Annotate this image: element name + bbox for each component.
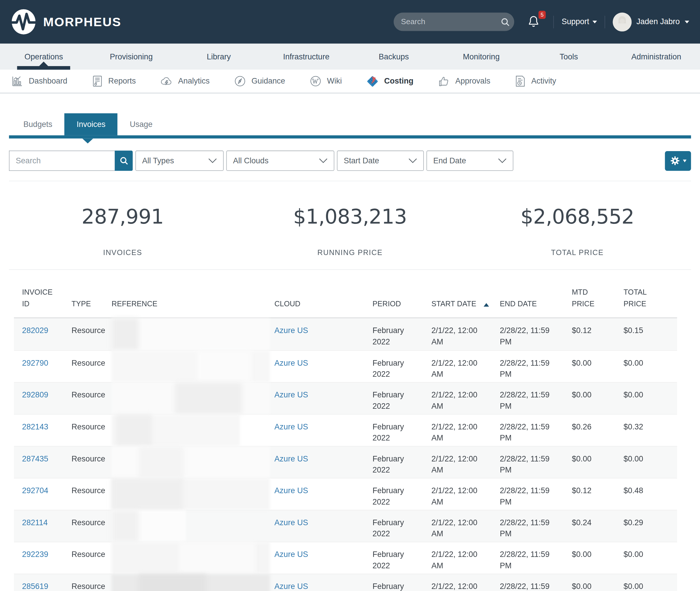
invoice-reference-redacted (112, 446, 275, 478)
user-menu[interactable]: Jaden Jabro (612, 12, 689, 31)
invoice-mtd-price: $0.00 (572, 574, 624, 591)
chevron-down-icon (685, 21, 689, 25)
col-total-price[interactable]: TOTAL PRICE (623, 286, 677, 310)
col-mtd-price[interactable]: MTD PRICE (572, 286, 624, 310)
col-end-date[interactable]: END DATE (500, 298, 572, 310)
invoice-id-link[interactable]: 292704 (22, 486, 48, 495)
stat-invoices: 287,991 INVOICES (9, 205, 236, 257)
invoice-search-button[interactable] (115, 150, 133, 171)
type-filter-select[interactable]: All Types (135, 150, 224, 171)
main-nav: Operations Provisioning Library Infrastr… (0, 44, 700, 70)
invoice-id-link[interactable]: 282029 (22, 326, 48, 335)
notifications-badge: 5 (538, 10, 546, 19)
subnav-activity[interactable]: Activity (515, 75, 557, 87)
invoice-id-link[interactable]: 287435 (22, 454, 48, 463)
invoice-reference-redacted (112, 414, 275, 446)
global-search[interactable] (394, 12, 515, 31)
wiki-icon (309, 75, 322, 87)
notifications-button[interactable]: 5 (527, 14, 540, 29)
invoice-id-link[interactable]: 292809 (22, 390, 48, 399)
reports-icon (92, 75, 103, 87)
chevron-down-icon (592, 21, 597, 25)
invoice-search (9, 150, 133, 171)
start-date-filter-select[interactable]: Start Date (337, 150, 424, 171)
invoice-type: Resource (72, 318, 112, 350)
invoice-mtd-price: $0.26 (572, 414, 624, 446)
invoice-id-link[interactable]: 282143 (22, 422, 48, 431)
invoice-cloud-link[interactable]: Azure US (275, 582, 308, 591)
invoice-reference-redacted (112, 542, 275, 574)
invoice-row: 287435 Resource Azure US February 2022 2… (14, 446, 677, 478)
nav-infrastructure[interactable]: Infrastructure (262, 44, 350, 70)
brand[interactable]: MORPHEUS (11, 9, 121, 35)
col-type[interactable]: TYPE (72, 298, 112, 310)
invoice-search-input[interactable] (9, 150, 115, 171)
invoice-id-link[interactable]: 292790 (22, 358, 48, 368)
tab-invoices[interactable]: Invoices (64, 113, 118, 135)
invoice-end-date: 2/28/22, 11:59 PM (500, 446, 572, 478)
col-invoice-id[interactable]: INVOICE ID (22, 286, 72, 310)
chevron-down-icon (408, 158, 417, 163)
invoice-cloud-link[interactable]: Azure US (275, 358, 308, 368)
subnav-dashboard[interactable]: Dashboard (11, 75, 67, 87)
nav-library[interactable]: Library (175, 44, 262, 70)
nav-monitoring[interactable]: Monitoring (438, 44, 525, 70)
support-menu[interactable]: Support (562, 17, 597, 26)
invoice-period: February 2022 (372, 350, 431, 382)
invoice-row: 282114 Resource Azure US February 2022 2… (14, 510, 677, 542)
nav-administration[interactable]: Administration (612, 44, 700, 70)
chevron-down-icon (208, 158, 217, 163)
subnav-costing[interactable]: Costing (366, 75, 413, 87)
invoice-mtd-price: $0.00 (572, 383, 624, 414)
invoice-cloud-link[interactable]: Azure US (275, 486, 308, 495)
invoice-start-date: 2/1/22, 12:00 AM (431, 542, 500, 574)
stat-total-price: $2,068,552 TOTAL PRICE (464, 205, 691, 257)
cloud-filter-select[interactable]: All Clouds (226, 150, 335, 171)
col-reference[interactable]: REFERENCE (112, 298, 275, 310)
invoice-cloud-link[interactable]: Azure US (275, 326, 308, 335)
end-date-filter-select[interactable]: End Date (426, 150, 513, 171)
invoice-total-price: $0.15 (623, 318, 677, 350)
invoice-row: 282029 Resource Azure US February 2022 2… (14, 318, 677, 350)
tab-usage[interactable]: Usage (118, 113, 165, 135)
invoice-filters: All Types All Clouds Start Date End Date (9, 150, 691, 171)
invoice-cloud-link[interactable]: Azure US (275, 390, 308, 399)
avatar (612, 12, 632, 31)
col-cloud[interactable]: CLOUD (275, 298, 372, 310)
table-settings-button[interactable] (665, 151, 691, 171)
invoice-id-link[interactable]: 285619 (22, 582, 48, 591)
invoice-start-date: 2/1/22, 12:00 AM (431, 446, 500, 478)
col-period[interactable]: PERIOD (372, 298, 431, 310)
nav-operations[interactable]: Operations (0, 44, 88, 70)
global-search-input[interactable] (401, 17, 501, 26)
invoice-total-price: $0.00 (623, 350, 677, 382)
invoice-end-date: 2/28/22, 11:59 PM (500, 414, 572, 446)
subnav-reports[interactable]: Reports (92, 75, 136, 87)
nav-backups[interactable]: Backups (350, 44, 438, 70)
nav-tools[interactable]: Tools (525, 44, 612, 70)
stat-running-price: $1,083,213 RUNNING PRICE (236, 205, 463, 257)
invoice-period: February 2022 (372, 414, 431, 446)
nav-provisioning[interactable]: Provisioning (88, 44, 175, 70)
tab-budgets[interactable]: Budgets (11, 113, 65, 135)
invoice-type: Resource (72, 350, 112, 382)
invoice-end-date: 2/28/22, 11:59 PM (500, 478, 572, 510)
invoice-cloud-link[interactable]: Azure US (275, 518, 308, 527)
invoice-row: 292704 Resource Azure US February 2022 2… (14, 478, 677, 510)
invoice-end-date: 2/28/22, 11:59 PM (500, 574, 572, 591)
invoice-cloud-link[interactable]: Azure US (275, 550, 308, 559)
invoice-period: February 2022 (372, 383, 431, 414)
subnav-guidance[interactable]: Guidance (234, 75, 285, 87)
active-tab-bar (9, 135, 691, 139)
subnav-wiki[interactable]: Wiki (309, 75, 342, 87)
invoice-cloud-link[interactable]: Azure US (275, 422, 308, 431)
col-start-date[interactable]: START DATE (431, 298, 500, 310)
invoice-id-link[interactable]: 292239 (22, 550, 48, 559)
search-icon[interactable] (501, 17, 510, 27)
invoice-type: Resource (72, 478, 112, 510)
invoice-id-link[interactable]: 282114 (22, 518, 48, 527)
invoice-start-date: 2/1/22, 12:00 AM (431, 414, 500, 446)
subnav-approvals[interactable]: Approvals (438, 75, 490, 87)
subnav-analytics[interactable]: Analytics (160, 75, 210, 87)
invoice-cloud-link[interactable]: Azure US (275, 454, 308, 463)
